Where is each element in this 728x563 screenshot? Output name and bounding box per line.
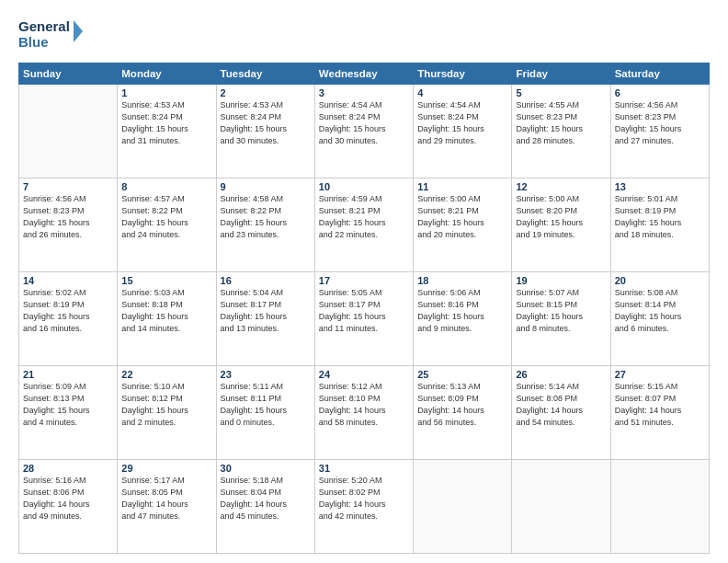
day-info: Sunrise: 5:11 AMSunset: 8:11 PMDaylight:… <box>221 381 311 429</box>
info-line: Sunset: 8:23 PM <box>23 206 85 215</box>
table-row: 25Sunrise: 5:13 AMSunset: 8:09 PMDayligh… <box>414 366 512 460</box>
info-line: Daylight: 15 hours <box>417 312 484 321</box>
info-line: and 2 minutes. <box>121 418 176 427</box>
info-line: Daylight: 15 hours <box>319 218 386 227</box>
info-line: and 13 minutes. <box>221 324 279 333</box>
day-info: Sunrise: 5:00 AMSunset: 8:20 PMDaylight:… <box>516 193 606 241</box>
info-line: Sunrise: 5:02 AM <box>23 288 86 297</box>
day-number: 19 <box>516 275 606 286</box>
info-line: Sunrise: 5:01 AM <box>615 194 678 203</box>
weekday-header-row: Sunday Monday Tuesday Wednesday Thursday… <box>19 63 710 85</box>
info-line: Daylight: 15 hours <box>615 124 682 133</box>
info-line: Sunrise: 5:12 AM <box>319 382 382 391</box>
info-line: Daylight: 15 hours <box>615 312 682 321</box>
day-info: Sunrise: 5:15 AMSunset: 8:07 PMDaylight:… <box>615 381 705 429</box>
day-number: 27 <box>615 369 705 380</box>
day-info: Sunrise: 5:01 AMSunset: 8:19 PMDaylight:… <box>615 193 705 241</box>
header: General Blue <box>18 15 710 55</box>
day-number: 26 <box>516 369 606 380</box>
info-line: and 19 minutes. <box>516 230 574 239</box>
table-row: 29Sunrise: 5:17 AMSunset: 8:05 PMDayligh… <box>118 460 216 554</box>
day-number: 31 <box>319 463 409 474</box>
info-line: and 42 minutes. <box>319 511 378 521</box>
info-line: Daylight: 15 hours <box>221 218 288 227</box>
info-line: Sunrise: 4:58 AM <box>221 194 284 203</box>
day-number: 10 <box>319 181 409 192</box>
table-row: 2Sunrise: 4:53 AMSunset: 8:24 PMDaylight… <box>216 85 314 178</box>
table-row: 12Sunrise: 5:00 AMSunset: 8:20 PMDayligh… <box>512 178 610 272</box>
table-row <box>414 460 512 554</box>
svg-text:Blue: Blue <box>18 34 49 50</box>
day-number: 4 <box>417 87 507 98</box>
day-number: 14 <box>23 275 113 286</box>
day-number: 18 <box>417 275 507 286</box>
day-info: Sunrise: 4:58 AMSunset: 8:22 PMDaylight:… <box>221 193 311 241</box>
table-row: 14Sunrise: 5:02 AMSunset: 8:19 PMDayligh… <box>19 272 118 366</box>
info-line: Sunrise: 5:06 AM <box>417 288 481 297</box>
day-info: Sunrise: 4:56 AMSunset: 8:23 PMDaylight:… <box>615 99 705 147</box>
day-number: 5 <box>516 87 606 98</box>
info-line: and 29 minutes. <box>417 136 476 145</box>
info-line: Daylight: 15 hours <box>319 312 386 321</box>
info-line: and 18 minutes. <box>615 230 674 239</box>
info-line: Daylight: 14 hours <box>319 500 386 509</box>
day-number: 9 <box>221 181 311 192</box>
info-line: Sunset: 8:10 PM <box>319 394 381 403</box>
info-line: and 58 minutes. <box>319 418 378 427</box>
info-line: Sunset: 8:07 PM <box>615 394 677 403</box>
table-row: 9Sunrise: 4:58 AMSunset: 8:22 PMDaylight… <box>216 178 314 272</box>
day-number: 16 <box>221 275 311 286</box>
info-line: and 6 minutes. <box>615 324 669 333</box>
info-line: Daylight: 15 hours <box>221 312 288 321</box>
info-line: Sunrise: 5:04 AM <box>221 288 284 297</box>
info-line: and 20 minutes. <box>417 230 476 239</box>
table-row: 28Sunrise: 5:16 AMSunset: 8:06 PMDayligh… <box>19 460 118 554</box>
day-info: Sunrise: 5:08 AMSunset: 8:14 PMDaylight:… <box>615 287 705 335</box>
day-number: 7 <box>23 181 113 192</box>
info-line: Sunset: 8:09 PM <box>417 394 479 403</box>
info-line: and 51 minutes. <box>615 418 674 427</box>
info-line: and 31 minutes. <box>121 136 180 145</box>
table-row: 16Sunrise: 5:04 AMSunset: 8:17 PMDayligh… <box>216 272 314 366</box>
table-row: 26Sunrise: 5:14 AMSunset: 8:08 PMDayligh… <box>512 366 610 460</box>
info-line: Daylight: 15 hours <box>221 124 288 133</box>
header-friday: Friday <box>512 63 610 85</box>
info-line: Daylight: 14 hours <box>23 500 90 509</box>
header-sunday: Sunday <box>19 63 118 85</box>
info-line: Sunrise: 5:09 AM <box>23 382 86 391</box>
info-line: and 4 minutes. <box>23 418 77 427</box>
table-row: 8Sunrise: 4:57 AMSunset: 8:22 PMDaylight… <box>118 178 216 272</box>
day-number: 20 <box>615 275 705 286</box>
info-line: Sunset: 8:12 PM <box>121 394 183 403</box>
info-line: Sunset: 8:23 PM <box>615 112 677 121</box>
info-line: Sunrise: 4:56 AM <box>615 100 678 109</box>
info-line: Sunrise: 5:16 AM <box>23 476 86 485</box>
page: General Blue Sunday Monday Tuesday Wedne… <box>0 0 728 563</box>
day-number: 2 <box>221 87 311 98</box>
table-row: 27Sunrise: 5:15 AMSunset: 8:07 PMDayligh… <box>610 366 709 460</box>
day-number: 1 <box>121 87 211 98</box>
info-line: Sunset: 8:17 PM <box>319 300 381 309</box>
table-row: 18Sunrise: 5:06 AMSunset: 8:16 PMDayligh… <box>414 272 512 366</box>
day-number: 8 <box>121 181 211 192</box>
day-info: Sunrise: 5:10 AMSunset: 8:12 PMDaylight:… <box>121 381 211 429</box>
day-info: Sunrise: 4:55 AMSunset: 8:23 PMDaylight:… <box>516 99 606 147</box>
info-line: Daylight: 14 hours <box>319 406 386 415</box>
table-row: 31Sunrise: 5:20 AMSunset: 8:02 PMDayligh… <box>314 460 413 554</box>
info-line: and 56 minutes. <box>417 418 476 427</box>
day-info: Sunrise: 5:12 AMSunset: 8:10 PMDaylight:… <box>319 381 409 429</box>
info-line: Daylight: 15 hours <box>121 312 188 321</box>
info-line: Sunset: 8:19 PM <box>23 300 85 309</box>
day-info: Sunrise: 5:04 AMSunset: 8:17 PMDaylight:… <box>221 287 311 335</box>
table-row <box>512 460 610 554</box>
day-number: 30 <box>221 463 311 474</box>
day-info: Sunrise: 5:17 AMSunset: 8:05 PMDaylight:… <box>121 475 211 523</box>
info-line: Sunrise: 4:59 AM <box>319 194 382 203</box>
info-line: Sunset: 8:23 PM <box>516 112 577 121</box>
calendar-week-row: 28Sunrise: 5:16 AMSunset: 8:06 PMDayligh… <box>19 460 710 554</box>
info-line: Sunrise: 5:17 AM <box>121 476 185 485</box>
table-row: 4Sunrise: 4:54 AMSunset: 8:24 PMDaylight… <box>414 85 512 178</box>
day-info: Sunrise: 4:57 AMSunset: 8:22 PMDaylight:… <box>121 193 211 241</box>
day-info: Sunrise: 4:56 AMSunset: 8:23 PMDaylight:… <box>23 193 113 241</box>
table-row: 22Sunrise: 5:10 AMSunset: 8:12 PMDayligh… <box>118 366 216 460</box>
